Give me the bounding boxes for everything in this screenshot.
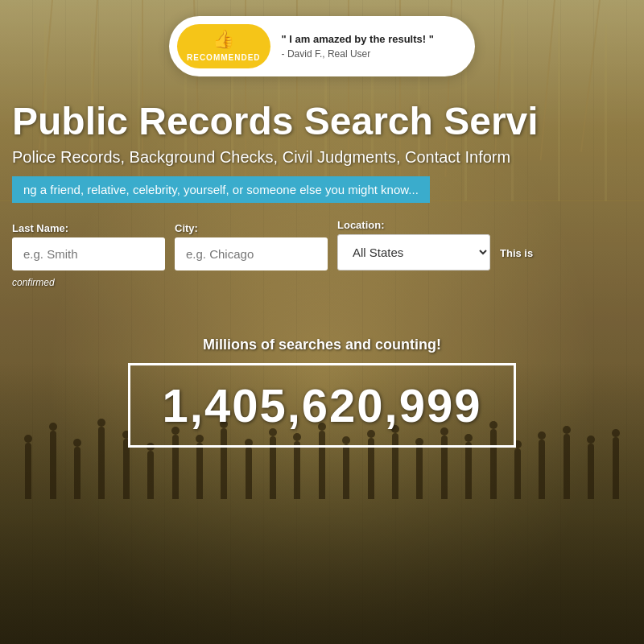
last-name-field-group: Last Name: — [12, 222, 165, 270]
recommended-badge: 👍 RECOMMENDED — [177, 24, 270, 68]
counter-number: 1,405,620,999 — [163, 378, 482, 432]
testimonial-author: - David F., Real User — [282, 48, 459, 60]
testimonial-text: " I am amazed by the results! " - David … — [282, 33, 459, 60]
last-name-label: Last Name: — [12, 222, 165, 234]
subtitle: Police Records, Background Checks, Civil… — [12, 148, 644, 167]
recommended-label: RECOMMENDED — [187, 53, 261, 62]
thumbs-up-icon: 👍 — [213, 31, 235, 48]
counter-label: Millions of searches and counting! — [16, 336, 628, 353]
title-prefix: P — [12, 101, 38, 142]
city-field-group: City: — [175, 222, 328, 270]
page-content: 👍 RECOMMENDED " I am amazed by the resul… — [0, 16, 644, 448]
testimonial-quote: " I am amazed by the results! " — [282, 33, 459, 47]
location-select[interactable]: All States Alabama Alaska Arizona Califo… — [337, 234, 490, 270]
counter-section: Millions of searches and counting! 1,405… — [0, 336, 644, 448]
testimonial-badge: 👍 RECOMMENDED " I am amazed by the resul… — [169, 16, 475, 76]
counter-box: 1,405,620,999 — [128, 363, 517, 448]
tagline-text: ng a friend, relative, celebrity, yourse… — [23, 183, 419, 196]
confirmed-text-content: onfirmed — [17, 277, 55, 288]
title-text: ublic Records Search Servi — [38, 101, 539, 142]
hero-section: Public Records Search Servi Police Recor… — [0, 101, 644, 288]
city-label: City: — [175, 222, 328, 234]
tagline-bar: ng a friend, relative, celebrity, yourse… — [12, 176, 430, 203]
location-label: Location: — [337, 219, 490, 231]
location-field-group: Location: All States Alabama Alaska Ariz… — [337, 219, 490, 270]
confirmed-text: confirmed — [12, 277, 644, 288]
search-form: Last Name: City: Location: All States Al… — [12, 219, 644, 270]
main-title: Public Records Search Servi — [12, 101, 644, 143]
city-input[interactable] — [175, 237, 328, 270]
last-name-input[interactable] — [12, 237, 165, 270]
this-is-label: This is — [500, 247, 533, 270]
